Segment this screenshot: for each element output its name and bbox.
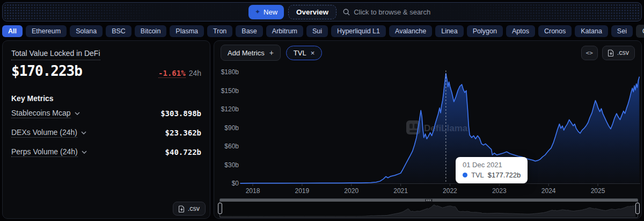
chain-tab-plasma[interactable]: Plasma <box>170 25 204 38</box>
y-axis-label: $90b <box>224 124 239 132</box>
add-metrics-label: Add Metrics <box>228 49 265 57</box>
tvl-area-fill <box>240 74 639 183</box>
metric-row-stablecoins: Stablecoins Mcap $303.898b <box>11 105 201 122</box>
chain-tab-sui[interactable]: Sui <box>306 25 328 38</box>
x-axis-label: 2023 <box>492 187 507 195</box>
metric-label-perps[interactable]: Perps Volume (24h) <box>11 147 87 157</box>
y-axis-label: $0 <box>232 180 239 187</box>
brush-grip-icon[interactable] <box>425 199 433 202</box>
metric-label-dexs[interactable]: DEXs Volume (24h) <box>11 128 86 138</box>
chain-tab-all[interactable]: All <box>2 25 23 38</box>
chain-tab-hyperliquid-l1[interactable]: Hyperliquid L1 <box>331 25 386 38</box>
download-csv-button[interactable]: .csv <box>602 46 635 60</box>
sparkles-icon: ✦ <box>255 8 260 16</box>
metric-label-text: DEXs Volume (24h) <box>11 128 77 138</box>
metric-label-stablecoins[interactable]: Stablecoins Mcap <box>11 109 80 118</box>
y-axis-label: $150b <box>221 87 239 95</box>
brush-handle-left[interactable] <box>218 203 222 214</box>
chain-tab-solana[interactable]: Solana <box>70 25 103 38</box>
embed-chart-button[interactable]: <> <box>581 46 598 60</box>
chain-tab-aptos[interactable]: Aptos <box>506 25 535 38</box>
chain-tab-base[interactable]: Base <box>236 25 263 38</box>
search-placeholder: Click to browse & search <box>354 8 430 16</box>
others-dropdown[interactable]: Others <box>636 25 644 38</box>
brush-handle-right[interactable] <box>635 203 640 214</box>
tooltip-date: 01 Dec 2021 <box>463 161 521 169</box>
metric-value: $303.898b <box>160 109 201 118</box>
x-axis-label: 2018 <box>246 187 260 195</box>
tvl-change: -1.61%24h <box>158 69 201 77</box>
search-input[interactable]: Click to browse & search <box>341 5 433 19</box>
tvl-pill-label: TVL <box>294 49 306 57</box>
new-button[interactable]: ✦ New <box>248 5 284 19</box>
chart-toolbar: Add Metrics + TVL × <> .csv <box>214 41 641 65</box>
tvl-change-period: 24h <box>189 69 201 77</box>
file-download-icon <box>608 49 614 56</box>
tooltip-value: $177.722b <box>488 171 521 179</box>
close-icon[interactable]: × <box>311 49 315 57</box>
chain-tab-cronos[interactable]: Cronos <box>538 25 572 38</box>
brush-mini-chart[interactable] <box>220 203 635 217</box>
csv-label: .csv <box>617 49 629 56</box>
download-csv-button[interactable]: .csv <box>173 202 206 216</box>
metric-row-dexs: DEXs Volume (24h) $23.362b <box>11 124 201 141</box>
metric-label-text: Stablecoins Mcap <box>11 109 71 118</box>
file-download-icon <box>179 205 185 212</box>
chain-tab-ethereum[interactable]: Ethereum <box>26 25 67 38</box>
x-axis-label: 2019 <box>295 187 310 195</box>
panel-title[interactable]: Total Value Locked in DeFi <box>11 49 100 60</box>
tvl-chart-panel: Add Metrics + TVL × <> .csv DefiLlama$0$… <box>214 40 642 219</box>
tvl-change-percent[interactable]: -1.61% <box>158 69 186 78</box>
tab-overview-label: Overview <box>296 8 328 16</box>
new-button-label: New <box>264 8 277 16</box>
chain-tab-avalanche[interactable]: Avalanche <box>389 25 432 38</box>
metric-label-text: Perps Volume (24h) <box>11 147 78 157</box>
metric-row-perps: Perps Volume (24h) $40.722b <box>11 144 201 161</box>
chain-filter-tabs: AllEthereumSolanaBSCBitcoinPlasmaTronBas… <box>2 25 642 38</box>
chain-tab-sei[interactable]: Sei <box>611 25 633 38</box>
x-axis-label: 2020 <box>344 187 358 195</box>
x-axis-label: 2025 <box>591 187 605 195</box>
tooltip-series: TVL <box>471 171 484 179</box>
brush-drag-strip[interactable] <box>220 199 638 202</box>
tvl-summary-panel: Total Value Locked in DeFi $170.223b -1.… <box>2 40 210 219</box>
metric-value: $40.722b <box>165 148 201 156</box>
chain-tab-bitcoin[interactable]: Bitcoin <box>135 25 167 38</box>
y-axis-label: $180b <box>221 68 239 76</box>
chain-tab-polygon[interactable]: Polygon <box>467 25 503 38</box>
series-dot-icon <box>463 173 467 177</box>
chain-tab-tron[interactable]: Tron <box>207 25 232 38</box>
chevron-down-icon <box>75 112 80 115</box>
y-axis-label: $120b <box>221 105 239 113</box>
csv-label: .csv <box>188 205 200 212</box>
tvl-area-chart[interactable]: DefiLlama$0$30b$60b$90b$120b$150b$180b20… <box>214 65 641 197</box>
x-axis-label: 2022 <box>443 187 457 195</box>
tvl-metric-pill[interactable]: TVL × <box>286 46 322 60</box>
chain-tab-linea[interactable]: Linea <box>435 25 464 38</box>
top-navigation-bar: ✦ New Overview Click to browse & search <box>2 2 642 22</box>
search-icon <box>343 9 350 16</box>
metric-value: $23.362b <box>165 129 201 137</box>
chain-tab-bsc[interactable]: BSC <box>106 25 131 38</box>
tvl-value: $170.223b <box>11 63 82 79</box>
x-axis-label: 2021 <box>393 187 408 195</box>
chain-tab-katana[interactable]: Katana <box>575 25 608 38</box>
x-axis-label: 2024 <box>541 187 556 195</box>
y-axis-label: $60b <box>224 142 239 150</box>
chevron-down-icon <box>81 131 86 134</box>
key-metrics-heading: Key Metrics <box>11 94 201 103</box>
chart-tooltip: 01 Dec 2021 TVL $177.722b <box>456 157 528 183</box>
y-axis-label: $30b <box>224 161 239 169</box>
chain-tab-arbitrum[interactable]: Arbitrum <box>266 25 303 38</box>
time-range-brush[interactable] <box>219 198 638 218</box>
chevron-down-icon <box>82 151 87 154</box>
tab-overview[interactable]: Overview <box>288 5 336 19</box>
plus-icon: + <box>269 48 274 57</box>
add-metrics-button[interactable]: Add Metrics + <box>221 45 281 61</box>
